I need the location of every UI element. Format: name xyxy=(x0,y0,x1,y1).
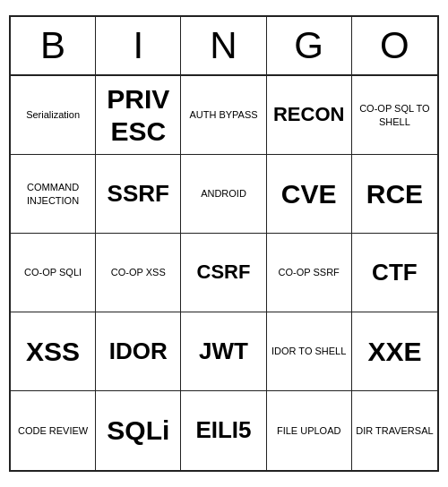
bingo-cell: IDOR TO SHELL xyxy=(267,312,352,391)
cell-text: AUTH BYPASS xyxy=(189,108,257,121)
cell-text: CO-OP SSRF xyxy=(279,266,340,278)
cell-text: XSS xyxy=(26,336,80,368)
bingo-cell: JWT xyxy=(181,312,266,391)
cell-text: DIR TRAVERSAL xyxy=(356,424,433,437)
header-letter: I xyxy=(96,17,181,74)
bingo-cell: DIR TRAVERSAL xyxy=(352,391,437,470)
cell-text: CODE REVIEW xyxy=(18,424,88,437)
bingo-cell: CO-OP SQLI xyxy=(11,234,96,312)
bingo-cell: PRIV ESC xyxy=(96,76,181,155)
cell-text: FILE UPLOAD xyxy=(277,424,341,437)
cell-text: CO-OP SQLI xyxy=(24,266,82,278)
header-letter: G xyxy=(267,17,352,74)
bingo-cell: CO-OP SSRF xyxy=(267,234,352,312)
cell-text: IDOR TO SHELL xyxy=(271,345,346,357)
bingo-cell: CODE REVIEW xyxy=(11,391,96,470)
cell-text: CTF xyxy=(372,259,418,286)
cell-text: SSRF xyxy=(108,180,169,208)
bingo-cell: Serialization xyxy=(11,76,96,155)
header-letter: O xyxy=(352,17,437,74)
bingo-header: BINGO xyxy=(11,17,437,76)
bingo-cell: EILI5 xyxy=(181,391,266,470)
cell-text: JWT xyxy=(199,337,248,365)
cell-text: RCE xyxy=(366,178,423,210)
bingo-cell: CTF xyxy=(352,234,437,312)
cell-text: CVE xyxy=(281,178,337,210)
header-letter: B xyxy=(11,17,96,74)
bingo-cell: CO-OP XSS xyxy=(96,234,181,312)
cell-text: COMMAND INJECTION xyxy=(14,181,91,207)
bingo-cell: RCE xyxy=(352,155,437,234)
cell-text: Serialization xyxy=(26,108,80,121)
bingo-cell: CVE xyxy=(267,155,352,234)
bingo-cell: CSRF xyxy=(181,234,266,312)
cell-text: RECON xyxy=(273,103,344,126)
bingo-cell: CO-OP SQL TO SHELL xyxy=(352,76,437,155)
cell-text: IDOR xyxy=(109,337,168,365)
bingo-cell: RECON xyxy=(267,76,352,155)
cell-text: CSRF xyxy=(197,261,251,284)
cell-text: EILI5 xyxy=(195,416,251,444)
cell-text: CO-OP XSS xyxy=(111,266,166,278)
bingo-cell: SSRF xyxy=(96,155,181,234)
bingo-card: BINGO SerializationPRIV ESCAUTH BYPASSRE… xyxy=(9,15,439,472)
cell-text: SQLi xyxy=(107,414,169,447)
cell-text: ANDROID xyxy=(201,187,246,200)
bingo-cell: FILE UPLOAD xyxy=(267,391,352,470)
cell-text: XXE xyxy=(367,336,421,368)
bingo-cell: XXE xyxy=(352,312,437,391)
bingo-cell: IDOR xyxy=(96,312,181,391)
bingo-cell: ANDROID xyxy=(181,155,266,234)
bingo-cell: SQLi xyxy=(96,391,181,470)
bingo-grid: SerializationPRIV ESCAUTH BYPASSRECONCO-… xyxy=(11,76,437,470)
header-letter: N xyxy=(181,17,266,74)
bingo-cell: XSS xyxy=(11,312,96,391)
cell-text: PRIV ESC xyxy=(99,83,177,148)
cell-text: CO-OP SQL TO SHELL xyxy=(356,102,434,128)
bingo-cell: AUTH BYPASS xyxy=(181,76,266,155)
bingo-cell: COMMAND INJECTION xyxy=(11,155,96,234)
